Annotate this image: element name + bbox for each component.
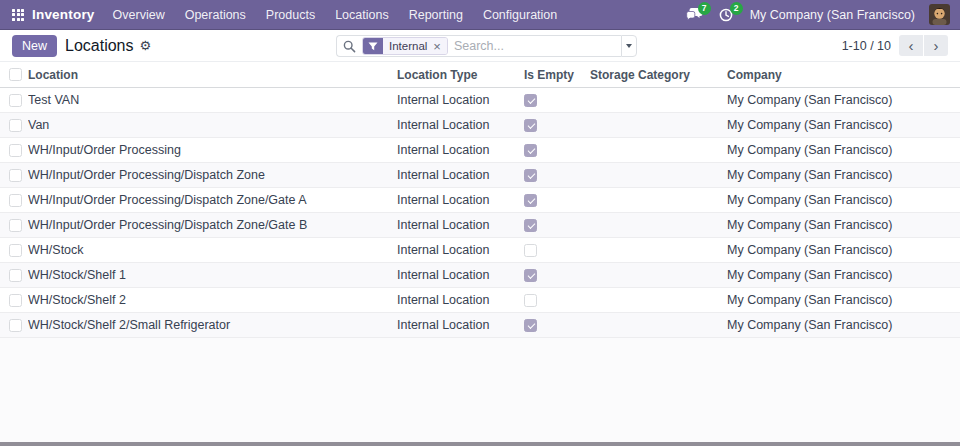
location-cell: WH/Stock [28, 243, 397, 257]
pager: 1-10 / 10 ‹ › [842, 35, 948, 56]
row-select-checkbox[interactable] [9, 294, 22, 307]
menu-locations[interactable]: Locations [335, 8, 389, 22]
app-name[interactable]: Inventory [32, 7, 95, 22]
table-row[interactable]: WH/Input/Order Processing/Dispatch Zone … [0, 163, 960, 188]
location-type-cell: Internal Location [397, 268, 524, 282]
row-select-checkbox[interactable] [9, 119, 22, 132]
table-row[interactable]: WH/Input/Order Processing/Dispatch Zone/… [0, 188, 960, 213]
table-row[interactable]: WH/Stock/Shelf 1 Internal Location My Co… [0, 263, 960, 288]
bottom-scrollbar[interactable] [0, 442, 960, 446]
row-select-checkbox[interactable] [9, 269, 22, 282]
table-body: Test VAN Internal Location My Company (S… [0, 88, 960, 338]
facet-remove-icon[interactable]: × [433, 40, 441, 53]
row-select-checkbox[interactable] [9, 169, 22, 182]
pager-previous-button[interactable]: ‹ [899, 35, 923, 56]
is-empty-checkbox [524, 294, 537, 307]
facet-label: Internal [389, 40, 427, 52]
avatar-image [929, 4, 950, 25]
company-cell: My Company (San Francisco) [727, 168, 960, 182]
company-cell: My Company (San Francisco) [727, 243, 960, 257]
search-icon [343, 40, 356, 53]
column-header-storage-category[interactable]: Storage Category [590, 68, 727, 82]
pager-next-button[interactable]: › [924, 35, 948, 56]
table-row[interactable]: WH/Input/Order Processing Internal Locat… [0, 138, 960, 163]
menu-products[interactable]: Products [266, 8, 315, 22]
location-type-cell: Internal Location [397, 293, 524, 307]
table-row[interactable]: Van Internal Location My Company (San Fr… [0, 113, 960, 138]
locations-list: Location Location Type Is Empty Storage … [0, 62, 960, 338]
is-empty-checkbox [524, 169, 537, 182]
table-row[interactable]: WH/Stock/Shelf 2 Internal Location My Co… [0, 288, 960, 313]
empty-content-area [0, 338, 960, 442]
pager-range: 1-10 / 10 [842, 39, 891, 53]
menu-configuration[interactable]: Configuration [483, 8, 557, 22]
is-empty-checkbox [524, 119, 537, 132]
messages-badge: 7 [698, 2, 711, 15]
search-box[interactable]: Internal × [336, 35, 621, 57]
funnel-icon [363, 38, 383, 54]
company-switcher[interactable]: My Company (San Francisco) [750, 8, 915, 22]
location-cell: WH/Stock/Shelf 1 [28, 268, 397, 282]
search-options-toggle[interactable] [621, 35, 637, 57]
filter-facet-internal[interactable]: Internal × [362, 37, 448, 55]
messages-button[interactable]: 7 [686, 7, 704, 23]
row-select-checkbox[interactable] [9, 94, 22, 107]
search-bar: Internal × [336, 35, 637, 57]
row-select-checkbox[interactable] [9, 144, 22, 157]
location-type-cell: Internal Location [397, 93, 524, 107]
user-avatar[interactable] [929, 4, 950, 25]
menu-reporting[interactable]: Reporting [409, 8, 463, 22]
location-cell: Van [28, 118, 397, 132]
location-type-cell: Internal Location [397, 218, 524, 232]
page-title: Locations [65, 37, 134, 55]
company-cell: My Company (San Francisco) [727, 193, 960, 207]
row-select-checkbox[interactable] [9, 194, 22, 207]
menu-operations[interactable]: Operations [185, 8, 246, 22]
column-header-location-type[interactable]: Location Type [397, 68, 524, 82]
activities-button[interactable]: 2 [718, 7, 736, 23]
app-menu: Overview Operations Products Locations R… [113, 8, 558, 22]
column-header-company[interactable]: Company [727, 68, 960, 82]
location-cell: WH/Stock/Shelf 2/Small Refrigerator [28, 318, 397, 332]
new-button[interactable]: New [12, 35, 57, 57]
company-cell: My Company (San Francisco) [727, 93, 960, 107]
table-row[interactable]: Test VAN Internal Location My Company (S… [0, 88, 960, 113]
company-cell: My Company (San Francisco) [727, 143, 960, 157]
row-select-checkbox[interactable] [9, 319, 22, 332]
table-row[interactable]: WH/Stock/Shelf 2/Small Refrigerator Inte… [0, 313, 960, 338]
table-header-row: Location Location Type Is Empty Storage … [0, 62, 960, 88]
column-header-is-empty[interactable]: Is Empty [524, 68, 590, 82]
facet-body: Internal × [383, 38, 447, 54]
company-cell: My Company (San Francisco) [727, 268, 960, 282]
is-empty-checkbox [524, 319, 537, 332]
company-cell: My Company (San Francisco) [727, 218, 960, 232]
breadcrumb: Locations ⚙ [65, 37, 151, 55]
activities-badge: 2 [730, 2, 743, 15]
location-type-cell: Internal Location [397, 118, 524, 132]
is-empty-checkbox [524, 194, 537, 207]
location-type-cell: Internal Location [397, 243, 524, 257]
table-row[interactable]: WH/Stock Internal Location My Company (S… [0, 238, 960, 263]
control-panel: New Locations ⚙ Internal × [0, 30, 960, 62]
location-cell: WH/Stock/Shelf 2 [28, 293, 397, 307]
location-cell: WH/Input/Order Processing [28, 143, 397, 157]
row-select-checkbox[interactable] [9, 219, 22, 232]
location-type-cell: Internal Location [397, 193, 524, 207]
is-empty-checkbox [524, 144, 537, 157]
column-header-location[interactable]: Location [28, 68, 397, 82]
select-all-checkbox[interactable] [9, 68, 22, 81]
location-type-cell: Internal Location [397, 168, 524, 182]
is-empty-checkbox [524, 94, 537, 107]
gear-icon[interactable]: ⚙ [140, 39, 152, 52]
company-cell: My Company (San Francisco) [727, 318, 960, 332]
search-input[interactable] [454, 39, 615, 53]
table-row[interactable]: WH/Input/Order Processing/Dispatch Zone/… [0, 213, 960, 238]
caret-down-icon [626, 44, 632, 48]
apps-menu-icon[interactable] [12, 9, 24, 21]
is-empty-checkbox [524, 269, 537, 282]
company-cell: My Company (San Francisco) [727, 118, 960, 132]
location-cell: WH/Input/Order Processing/Dispatch Zone/… [28, 218, 397, 232]
menu-overview[interactable]: Overview [113, 8, 165, 22]
row-select-checkbox[interactable] [9, 244, 22, 257]
is-empty-checkbox [524, 219, 537, 232]
